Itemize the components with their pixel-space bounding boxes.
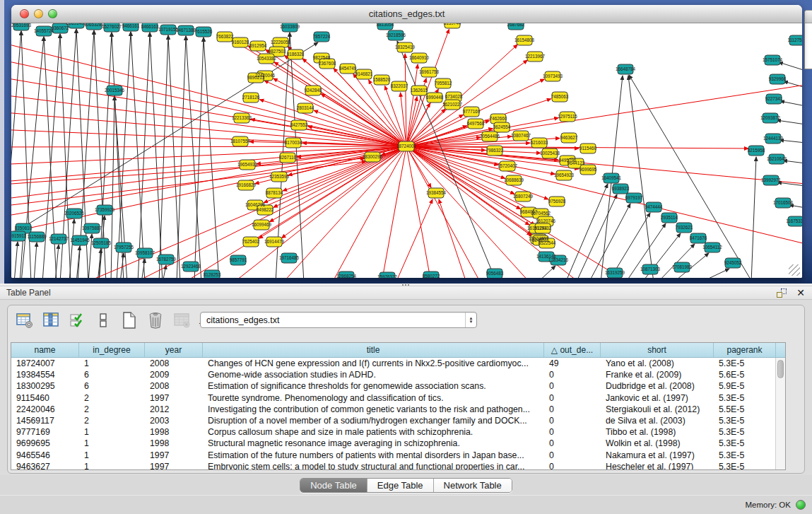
graph-edge[interactable] xyxy=(397,41,495,278)
table-cell[interactable]: 2012 xyxy=(145,404,203,415)
graph-edge[interactable] xyxy=(537,266,555,278)
graph-edge[interactable] xyxy=(138,33,150,278)
table-cell[interactable]: 1998 xyxy=(145,426,203,438)
graph-edge[interactable] xyxy=(406,146,431,278)
graph-edge[interactable] xyxy=(779,62,802,71)
table-cell[interactable]: Jankovic et al. (1997) xyxy=(601,392,714,404)
table-cell[interactable]: 5.3E-5 xyxy=(714,415,776,426)
table-cell[interactable]: de Silva et al. (2003) xyxy=(601,415,714,426)
delete-button[interactable] xyxy=(146,310,165,330)
table-cell[interactable]: 0 xyxy=(544,415,601,426)
table-cell[interactable]: Yano et al. (2008) xyxy=(601,358,714,369)
graph-edge[interactable] xyxy=(11,146,406,165)
table-cell[interactable]: 9465546 xyxy=(11,450,79,461)
graph-edge[interactable] xyxy=(657,244,695,278)
table-row[interactable]: 946362711997Embryonic stem cells: a mode… xyxy=(11,461,785,470)
table-cell[interactable]: 2003 xyxy=(145,415,203,426)
graph-edge[interactable] xyxy=(780,101,802,106)
graph-edge[interactable] xyxy=(11,146,406,147)
graph-edge[interactable] xyxy=(777,120,802,124)
background-window[interactable] xyxy=(804,10,812,69)
table-cell[interactable]: 18724007 xyxy=(11,358,79,369)
table-cell[interactable]: 1997 xyxy=(145,461,203,470)
citation-network-graph[interactable]: 2053169314055724936067220691406106532871… xyxy=(11,23,802,278)
table-cell[interactable]: 1997 xyxy=(145,450,203,461)
table-row[interactable]: 946554611997Estimation of the future num… xyxy=(11,450,785,461)
column-header-in_degree[interactable]: in_degree xyxy=(79,343,145,357)
graph-edge[interactable] xyxy=(321,94,406,146)
table-cell[interactable]: 18300295 xyxy=(11,380,79,392)
graph-edge[interactable] xyxy=(751,157,756,278)
graph-edge[interactable] xyxy=(396,199,433,278)
table-row[interactable]: 969969511998Structural magnetic resonanc… xyxy=(11,438,785,449)
table-cell[interactable]: 2 xyxy=(79,392,145,404)
table-cell[interactable]: Wolkin et al. (1998) xyxy=(601,438,714,449)
table-cell[interactable]: 5.3E-5 xyxy=(714,426,776,438)
table-cell[interactable]: Stergiakouli et al. (2012) xyxy=(601,404,714,415)
table-cell[interactable]: 1 xyxy=(79,438,145,449)
graph-edge[interactable] xyxy=(406,146,802,244)
table-cell[interactable]: 22420046 xyxy=(11,404,79,415)
table-cell[interactable]: 2008 xyxy=(145,380,203,392)
table-select-dropdown[interactable]: citations_edges.txt ▲▼ xyxy=(200,312,477,328)
table-cell[interactable]: Nakamura et al. (1997) xyxy=(601,450,714,461)
column-header-name[interactable]: name xyxy=(11,343,79,357)
graph-edge[interactable] xyxy=(628,76,654,278)
column-selector-button[interactable] xyxy=(41,310,61,330)
window-resize-grip[interactable] xyxy=(789,264,800,276)
scrollbar-thumb[interactable] xyxy=(777,360,784,378)
table-cell[interactable]: 2 xyxy=(79,415,145,426)
graph-edge[interactable] xyxy=(629,75,753,278)
table-cell[interactable]: 1998 xyxy=(145,438,203,449)
table-cell[interactable]: 1 xyxy=(79,358,145,369)
table-cell[interactable]: 49 xyxy=(544,358,601,369)
table-cell[interactable]: Tibbo et al. (1998) xyxy=(601,426,714,438)
table-cell[interactable]: Dudbridge et al. (2008) xyxy=(601,380,714,392)
column-header-pagerank[interactable]: pagerank xyxy=(714,343,776,357)
table-row[interactable]: 1872400712008Changes of HCN gene express… xyxy=(11,358,785,369)
column-header-title[interactable]: title xyxy=(203,343,544,357)
graph-edge[interactable] xyxy=(576,194,617,278)
graph-edge[interactable] xyxy=(405,54,406,146)
table-cell[interactable]: 2008 xyxy=(145,358,203,369)
close-panel-icon[interactable]: ✕ xyxy=(796,288,805,298)
table-cell[interactable]: 0 xyxy=(544,438,601,449)
table-cell[interactable]: Changes of HCN gene expression and I(f) … xyxy=(203,358,544,369)
table-vertical-scrollbar[interactable] xyxy=(775,358,785,469)
window-titlebar[interactable]: citations_edges.txt xyxy=(11,5,802,23)
table-cell[interactable]: 5.3E-5 xyxy=(714,461,776,470)
graph-edge[interactable] xyxy=(565,184,608,278)
table-cell[interactable]: Genome-wide association studies in ADHD. xyxy=(203,369,544,380)
merge-cells-button[interactable] xyxy=(93,310,113,330)
table-cell[interactable]: 0 xyxy=(544,369,601,380)
table-cell[interactable]: 1 xyxy=(79,426,145,438)
table-cell[interactable]: Disruption of a novel member of a sodium… xyxy=(203,415,544,426)
tab-node-table[interactable]: Node Table xyxy=(300,479,367,492)
table-cell[interactable]: 0 xyxy=(544,404,601,415)
graph-edge[interactable] xyxy=(700,269,729,278)
table-cell[interactable]: 19384554 xyxy=(11,369,79,380)
graph-edge[interactable] xyxy=(382,146,406,278)
table-cell[interactable]: 5.3E-5 xyxy=(714,358,776,369)
table-cell[interactable]: 0 xyxy=(544,426,601,438)
table-cell[interactable]: 1997 xyxy=(145,392,203,404)
new-document-button[interactable] xyxy=(119,310,139,330)
column-header-short[interactable]: short xyxy=(601,343,714,357)
table-cell[interactable]: 5.3E-5 xyxy=(714,438,776,449)
table-cell[interactable]: 2009 xyxy=(145,369,203,380)
select-rows-button[interactable] xyxy=(67,310,87,330)
table-row[interactable]: 2242004622012Investigating the contribut… xyxy=(11,404,785,415)
column-header-out_de[interactable]: △ out_de... xyxy=(544,343,601,357)
table-cell[interactable]: 5.9E-5 xyxy=(714,380,776,392)
graph-edge[interactable] xyxy=(439,199,466,278)
table-cell[interactable]: 14569117 xyxy=(11,415,79,426)
table-cell[interactable]: Estimation of significance thresholds fo… xyxy=(203,380,544,392)
graph-edge[interactable] xyxy=(11,158,365,184)
graph-edge[interactable] xyxy=(111,96,114,278)
tab-network-table[interactable]: Network Table xyxy=(434,479,512,492)
table-cell[interactable]: 5.6E-5 xyxy=(714,369,776,380)
table-cell[interactable]: 6 xyxy=(79,380,145,392)
graph-edge[interactable] xyxy=(34,243,37,278)
graph-edge[interactable] xyxy=(406,146,481,278)
table-cell[interactable]: 0 xyxy=(544,450,601,461)
